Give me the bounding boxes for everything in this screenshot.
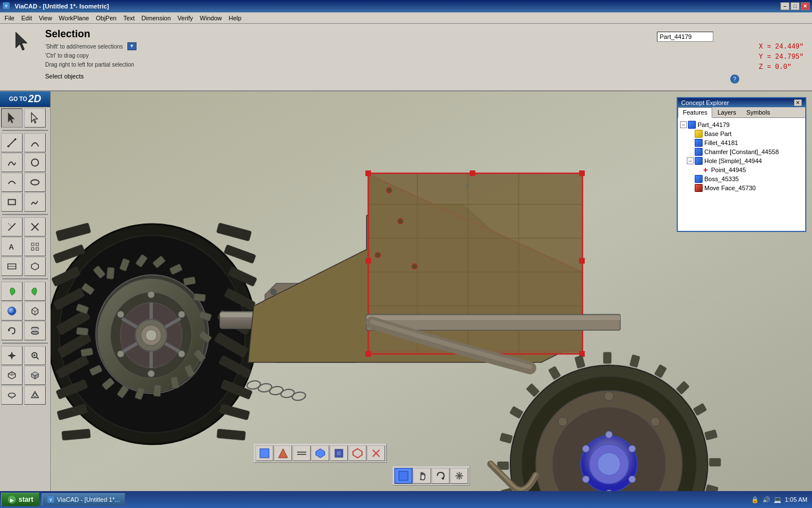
svg-line-39 bbox=[8, 374, 12, 375]
leaf-tool-2[interactable] bbox=[24, 282, 46, 301]
float-btn-1[interactable] bbox=[255, 445, 273, 461]
leaf-tool-1[interactable] bbox=[1, 282, 23, 301]
menu-window[interactable]: Window bbox=[196, 14, 225, 22]
moveface-icon bbox=[695, 184, 703, 192]
iso-view-1[interactable] bbox=[1, 366, 23, 385]
box-tool[interactable] bbox=[24, 301, 46, 321]
menu-objpen[interactable]: ObjPen bbox=[92, 14, 120, 22]
tree-item-point[interactable]: + Point_44945 bbox=[678, 165, 805, 174]
arc-tool[interactable] bbox=[24, 133, 46, 152]
maximize-button[interactable]: □ bbox=[791, 2, 800, 10]
tool-separator-2 bbox=[2, 214, 48, 215]
select-point-tool[interactable] bbox=[24, 108, 46, 128]
zoom-tool[interactable] bbox=[24, 346, 46, 365]
svg-point-105 bbox=[178, 311, 185, 318]
svg-point-188 bbox=[582, 476, 589, 483]
coord-x: X = 24.449" bbox=[759, 43, 804, 51]
menu-help[interactable]: Help bbox=[225, 14, 245, 22]
tree-item-boss[interactable]: Boss_45335 bbox=[678, 174, 805, 183]
float-btn-x[interactable] bbox=[367, 445, 385, 461]
menu-text[interactable]: Text bbox=[120, 14, 138, 22]
trim-tool[interactable] bbox=[1, 217, 23, 237]
tree-item-fillet[interactable]: Fillet_44181 bbox=[678, 138, 805, 147]
menu-edit[interactable]: Edit bbox=[18, 14, 36, 22]
float-btn-5[interactable] bbox=[330, 445, 348, 461]
shift-dropdown-button[interactable]: ▼ bbox=[127, 42, 136, 50]
select-arrow-tool[interactable] bbox=[1, 108, 23, 128]
tree-expander-hole[interactable]: – bbox=[687, 157, 694, 164]
ellipse-arc-tool[interactable] bbox=[1, 173, 23, 192]
viewport[interactable]: x ✕ bbox=[51, 91, 812, 491]
float-btn-4[interactable] bbox=[311, 445, 329, 461]
concept-explorer-title: Concept Explorer bbox=[681, 99, 729, 106]
svg-rect-139 bbox=[470, 170, 475, 176]
svg-rect-17 bbox=[36, 243, 39, 246]
svg-point-185 bbox=[629, 445, 636, 452]
tree-item-hole[interactable]: – Hole [Simple]_44944 bbox=[678, 156, 805, 165]
tab-layers[interactable]: Layers bbox=[712, 107, 741, 117]
menu-verify[interactable]: Verify bbox=[174, 14, 197, 22]
svg-rect-206 bbox=[399, 471, 408, 480]
float-btn-6[interactable] bbox=[348, 445, 367, 461]
curve-tool[interactable] bbox=[1, 153, 23, 172]
rect2-tool[interactable] bbox=[1, 257, 23, 276]
text-tool[interactable]: A bbox=[1, 237, 23, 256]
svg-rect-196 bbox=[260, 449, 269, 458]
3d-tools bbox=[0, 281, 50, 341]
svg-marker-2 bbox=[16, 32, 27, 50]
tree-item-moveface[interactable]: Move Face_45730 bbox=[678, 183, 805, 192]
tree-spacer-6 bbox=[687, 176, 694, 182]
ellipse-tool[interactable] bbox=[24, 173, 46, 192]
grid-tool[interactable] bbox=[24, 237, 46, 256]
cylinder-tool[interactable] bbox=[24, 321, 46, 340]
tree-spacer-3 bbox=[687, 148, 694, 155]
part-name-display: Part_44179 bbox=[657, 32, 713, 42]
nav-config-btn[interactable] bbox=[451, 468, 469, 484]
nav-select-btn[interactable] bbox=[395, 468, 413, 484]
float-btn-3[interactable] bbox=[293, 445, 311, 461]
tree-item-basepart[interactable]: Base Part bbox=[678, 129, 805, 138]
svg-rect-202 bbox=[337, 451, 341, 456]
menu-workplane[interactable]: WorkPlane bbox=[55, 14, 92, 22]
float-btn-2[interactable] bbox=[274, 445, 292, 461]
tab-symbols[interactable]: Symbols bbox=[741, 107, 775, 117]
freehand-tool[interactable] bbox=[24, 192, 46, 212]
pan-tool[interactable] bbox=[1, 346, 23, 365]
taskbar-viacad[interactable]: V ViaCAD - [Untitled 1*... bbox=[42, 493, 125, 506]
tab-features[interactable]: Features bbox=[678, 107, 712, 118]
concept-explorer-close-button[interactable]: ✕ bbox=[794, 99, 802, 106]
hint-line-1: 'Shift' to add/remove selections ▼ bbox=[45, 42, 640, 51]
hex-tool[interactable] bbox=[24, 257, 46, 276]
app-logo: V bbox=[2, 2, 10, 11]
start-button[interactable]: ▶ start bbox=[1, 493, 39, 506]
svg-text:▶: ▶ bbox=[10, 498, 14, 503]
close-button[interactable]: ✕ bbox=[801, 2, 810, 10]
tree-item-chamfer[interactable]: Chamfer [Constant]_44558 bbox=[678, 147, 805, 156]
minimize-button[interactable]: – bbox=[780, 2, 789, 10]
rect-tool[interactable] bbox=[1, 192, 23, 212]
tree-expander-part44179[interactable]: – bbox=[680, 121, 687, 128]
help-button[interactable]: ? bbox=[730, 75, 739, 84]
circle-tool[interactable] bbox=[24, 153, 46, 172]
cross-tool[interactable] bbox=[24, 217, 46, 237]
title-bar: V ViaCAD - [Untitled 1*- Isometric] – □ … bbox=[0, 0, 812, 12]
nav-rotate-btn[interactable] bbox=[432, 468, 450, 484]
iso-view-2[interactable] bbox=[24, 366, 46, 385]
iso-view-3[interactable] bbox=[1, 386, 23, 405]
menu-file[interactable]: File bbox=[1, 14, 18, 22]
tree-label-fillet: Fillet_44181 bbox=[704, 139, 738, 146]
sphere-tool[interactable] bbox=[1, 301, 23, 321]
tool-separator-3 bbox=[2, 278, 48, 279]
line-tool[interactable] bbox=[1, 133, 23, 152]
menu-dimension[interactable]: Dimension bbox=[138, 14, 174, 22]
tree-item-part44179[interactable]: – Part_44179 bbox=[678, 120, 805, 129]
svg-rect-19 bbox=[36, 248, 39, 251]
undo-tool[interactable] bbox=[1, 321, 23, 340]
nav-hand-btn[interactable] bbox=[413, 468, 431, 484]
goto-2d-button[interactable]: GO TO 2D bbox=[0, 91, 50, 107]
iso-view-4[interactable] bbox=[24, 386, 46, 405]
menu-view[interactable]: View bbox=[36, 14, 56, 22]
svg-rect-155 bbox=[709, 458, 721, 466]
svg-rect-89 bbox=[194, 294, 206, 301]
svg-rect-199 bbox=[297, 454, 306, 455]
